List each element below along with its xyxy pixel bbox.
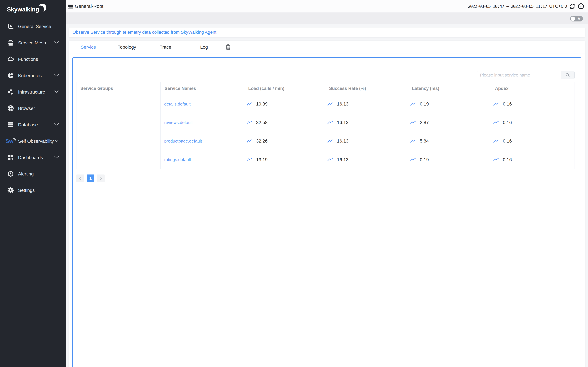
tab-service[interactable]: Service bbox=[69, 45, 108, 50]
panel-toolbar bbox=[73, 58, 581, 67]
service-name-link[interactable]: ratings.default bbox=[161, 150, 244, 169]
latency-cell: 0.19 bbox=[408, 150, 491, 169]
time-range[interactable]: 2022-08-05 10:47 ~ 2022-08-05 11:17 bbox=[468, 4, 547, 9]
sidebar-item-functions[interactable]: Functions bbox=[0, 51, 66, 67]
sidebar-item-label: Settings bbox=[18, 188, 35, 193]
latency-cell: 5.84 bbox=[408, 132, 491, 150]
sidebar-item-infrastructure[interactable]: Infrastructure bbox=[0, 84, 66, 100]
service-name-link[interactable]: details.default bbox=[161, 95, 244, 113]
toggle-label: V bbox=[578, 17, 580, 21]
layers-icon bbox=[8, 40, 14, 46]
metric-value: 13.19 bbox=[256, 157, 268, 162]
column-header: Latency (ms) bbox=[408, 83, 491, 95]
search-input[interactable]: Please input service name bbox=[477, 71, 561, 79]
sidebar-item-label: Infrastructure bbox=[18, 89, 45, 95]
sparkline-icon bbox=[410, 139, 416, 143]
menu-fold-icon[interactable] bbox=[67, 3, 74, 9]
sidebar-item-label: Service Mesh bbox=[18, 40, 46, 46]
globe-icon bbox=[8, 105, 14, 111]
main-area: General-Root 2022-08-05 10:47 ~ 2022-08-… bbox=[66, 0, 588, 367]
tab-trace[interactable]: Trace bbox=[146, 45, 185, 50]
metric-value: 32.58 bbox=[256, 120, 268, 125]
sidebar-item-alerting[interactable]: Alerting bbox=[0, 166, 66, 182]
metric-value: 16.13 bbox=[337, 157, 348, 162]
metric-value: 19.39 bbox=[256, 101, 268, 107]
column-header: Load (calls / min) bbox=[244, 83, 325, 95]
sidebar-item-label: Kubernetes bbox=[18, 73, 42, 78]
sidebar-item-self-observability[interactable]: SwSelf Observability bbox=[0, 133, 66, 149]
service-name-link[interactable]: productpage.default bbox=[161, 132, 244, 150]
pagination: 1 bbox=[76, 175, 105, 182]
toggle-knob bbox=[571, 17, 575, 21]
chevron-down-icon bbox=[54, 41, 59, 44]
service-group-cell bbox=[77, 95, 161, 169]
load-cell: 13.19 bbox=[244, 150, 325, 169]
column-header: Service Names bbox=[161, 83, 244, 95]
chevron-right-icon bbox=[99, 177, 103, 180]
sidebar-item-dashboards[interactable]: Dashboards bbox=[0, 149, 66, 166]
database-icon bbox=[8, 122, 14, 128]
sidebar-item-general-service[interactable]: General Service bbox=[0, 18, 66, 34]
sidebar-item-database[interactable]: Database bbox=[0, 117, 66, 133]
chevron-down-icon bbox=[54, 156, 59, 159]
sidebar-item-label: Dashboards bbox=[18, 155, 43, 160]
moon-icon bbox=[37, 3, 48, 13]
latency-cell: 2.87 bbox=[408, 113, 491, 132]
sidebar-item-browser[interactable]: Browser bbox=[0, 100, 66, 117]
timezone: UTC+0:0 bbox=[549, 4, 567, 9]
success-rate-cell: 16.13 bbox=[325, 150, 408, 169]
success-rate-cell: 16.13 bbox=[325, 113, 408, 132]
service-name-link[interactable]: reviews.default bbox=[161, 113, 244, 132]
page-1-button[interactable]: 1 bbox=[87, 175, 94, 182]
search-button[interactable] bbox=[561, 71, 574, 79]
notice-link[interactable]: Observe Service through telemetry data c… bbox=[72, 30, 217, 35]
sparkline-icon bbox=[493, 158, 499, 162]
prev-page-button[interactable] bbox=[76, 175, 84, 182]
success-rate-cell: 16.13 bbox=[325, 95, 408, 113]
chevron-down-icon bbox=[54, 74, 59, 77]
clipboard-icon bbox=[226, 44, 231, 50]
info-icon[interactable] bbox=[578, 3, 584, 9]
metric-value: 2.87 bbox=[420, 120, 429, 125]
search-icon bbox=[565, 73, 570, 77]
topbar: General-Root 2022-08-05 10:47 ~ 2022-08-… bbox=[66, 0, 588, 12]
sidebar-item-label: Browser bbox=[18, 106, 35, 111]
sidebar-item-kubernetes[interactable]: Kubernetes bbox=[0, 67, 66, 84]
dashboard-icon bbox=[8, 154, 14, 161]
sparkline-icon bbox=[247, 139, 252, 143]
tab-bar: ServiceTopologyTraceLog bbox=[69, 41, 233, 54]
sparkline-icon bbox=[410, 121, 416, 125]
refresh-icon[interactable] bbox=[569, 3, 576, 9]
metric-value: 32.26 bbox=[256, 138, 268, 144]
chart-icon bbox=[8, 23, 14, 30]
version-toggle[interactable]: V bbox=[570, 16, 583, 21]
sidebar-item-label: Functions bbox=[18, 57, 38, 62]
metric-value: 16.13 bbox=[337, 138, 348, 144]
metric-value: 0.16 bbox=[503, 101, 512, 107]
sidebar-item-service-mesh[interactable]: Service Mesh bbox=[0, 34, 66, 51]
chevron-down-icon bbox=[54, 90, 59, 93]
column-header: Service Groups bbox=[77, 83, 161, 95]
cloud-icon bbox=[8, 56, 14, 62]
sparkline-icon bbox=[328, 139, 333, 143]
sparkline-icon bbox=[493, 121, 499, 125]
sidebar-item-label: Database bbox=[18, 122, 38, 127]
services-table: Service GroupsService NamesLoad (calls /… bbox=[76, 82, 575, 169]
metric-value: 16.13 bbox=[337, 120, 348, 125]
clipboard-tab[interactable] bbox=[223, 44, 233, 50]
metric-value: 0.19 bbox=[420, 101, 429, 107]
sparkline-icon bbox=[410, 158, 416, 162]
chevron-down-icon bbox=[54, 139, 59, 143]
sparkline-icon bbox=[493, 102, 499, 106]
tab-log[interactable]: Log bbox=[185, 45, 223, 50]
sparkline-icon bbox=[247, 121, 252, 125]
apdex-cell: 0.16 bbox=[491, 132, 574, 150]
next-page-button[interactable] bbox=[97, 175, 105, 182]
tab-topology[interactable]: Topology bbox=[108, 45, 146, 50]
sparkline-icon bbox=[410, 102, 416, 106]
metric-value: 0.16 bbox=[503, 157, 512, 162]
sidebar-menu: General ServiceService MeshFunctionsKube… bbox=[0, 18, 66, 198]
skywalking-logo[interactable]: Skywalking bbox=[7, 5, 39, 14]
gear-icon bbox=[8, 187, 14, 193]
sidebar-item-settings[interactable]: Settings bbox=[0, 182, 66, 198]
